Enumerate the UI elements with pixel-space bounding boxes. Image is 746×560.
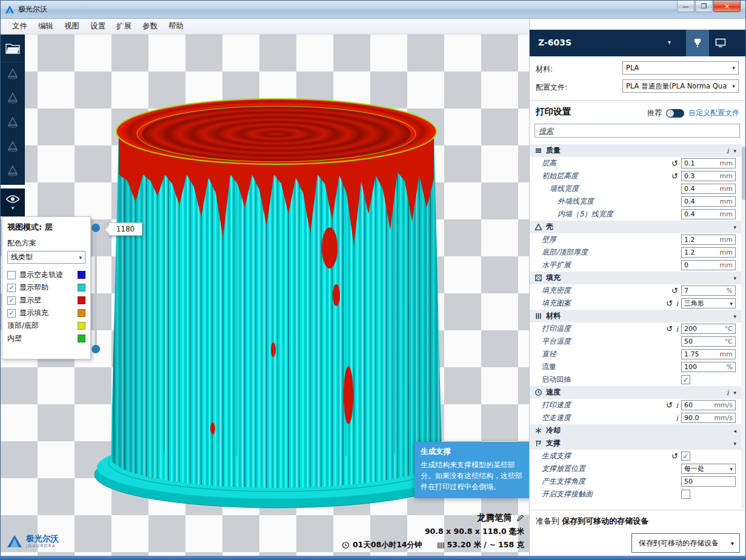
setting-checkbox[interactable]: ✓ [681, 452, 690, 461]
setting-select[interactable]: 每一处▾ [681, 464, 736, 474]
reset-icon[interactable]: ↺ [666, 325, 673, 333]
view-option-2[interactable]: ✓显示帮助 [7, 281, 85, 294]
layer-slider[interactable] [91, 224, 101, 353]
setting-input[interactable]: 90.0mm/s [681, 413, 736, 423]
chevron-down-icon[interactable]: ▾ [733, 313, 736, 319]
info-icon[interactable]: i [676, 415, 678, 422]
info-icon[interactable]: i [676, 325, 678, 333]
section-material[interactable]: 材料▾ [530, 310, 742, 322]
view-option-3[interactable]: ✓显示壁 [7, 294, 85, 307]
monitor-view-button[interactable] [709, 30, 732, 56]
setting-input[interactable]: 0.4mm [681, 209, 736, 219]
setting-input[interactable]: 1.75mm [681, 349, 736, 359]
prepare-view-button[interactable] [686, 30, 709, 56]
info-icon[interactable]: i [676, 402, 678, 409]
menu-item-4[interactable]: 设置 [85, 19, 111, 33]
layer-slider-track[interactable] [95, 227, 97, 350]
open-file-button[interactable] [1, 35, 25, 62]
setting-checkbox[interactable]: ✓ [681, 375, 690, 384]
setting-label: 打印速度 [530, 400, 571, 410]
chevron-down-icon[interactable]: ▾ [733, 441, 736, 447]
view-option-checkbox[interactable]: ✓ [7, 296, 16, 305]
setting-input[interactable]: 1.2mm [681, 235, 736, 245]
section-shell[interactable]: 壳▾ [530, 221, 742, 233]
reset-icon[interactable]: ↺ [666, 299, 673, 307]
chevron-left-icon[interactable]: ◂ [733, 428, 736, 434]
setting-input[interactable]: 100% [681, 362, 736, 372]
setting-input[interactable]: 50 [681, 476, 736, 487]
info-icon[interactable]: i [727, 147, 729, 155]
setting-checkbox[interactable] [681, 490, 690, 499]
save-to-removable-button[interactable]: 保存到可移动的存储设备 [631, 533, 726, 553]
tool-mirror-button[interactable] [1, 135, 25, 159]
printer-selector[interactable]: Z-603S ▾ [530, 30, 746, 56]
view-option-checkbox[interactable] [7, 271, 16, 279]
setting-input[interactable]: 200°C [681, 324, 736, 334]
setting-input[interactable]: 1.2mm [681, 247, 736, 258]
setting-input[interactable]: 0mm [681, 260, 736, 270]
tool-rotate-button[interactable] [1, 111, 25, 135]
setting-input[interactable]: 0.4mm [681, 184, 736, 194]
reset-icon[interactable]: ↺ [671, 159, 678, 167]
settings-scrollbar[interactable] [741, 144, 746, 508]
color-scheme-select[interactable]: 线类型 ▾ [7, 251, 85, 264]
view-option-4[interactable]: ✓显示填充 [7, 307, 85, 319]
custom-profile-link[interactable]: 自定义配置文件 [688, 108, 739, 118]
maximize-button[interactable]: ❐ [695, 1, 713, 12]
setting-input[interactable]: 50°C [681, 336, 736, 347]
close-button[interactable]: × [713, 1, 741, 12]
chevron-down-icon[interactable]: ▾ [733, 275, 736, 281]
tool-move-button[interactable] [1, 62, 25, 87]
menu-item-3[interactable]: 视图 [59, 19, 85, 33]
setting-select[interactable]: 三角形▾ [681, 298, 736, 308]
cooling-icon [534, 427, 542, 435]
view-mode-button[interactable]: ▾ [1, 188, 25, 216]
model-3d[interactable] [92, 89, 467, 532]
material-select[interactable]: PLA ▾ [622, 61, 739, 75]
setting-input[interactable]: 60mm/s [681, 400, 736, 410]
view-option-checkbox[interactable]: ✓ [7, 284, 16, 292]
menu-item-7[interactable]: 帮助 [163, 19, 189, 33]
menu-item-5[interactable]: 扩展 [111, 19, 137, 33]
infill-icon [534, 274, 542, 282]
section-quality[interactable]: 质量i▾ [530, 144, 742, 157]
section-support[interactable]: 支撑▾ [530, 437, 742, 450]
view-option-6[interactable]: 内壁 [7, 332, 85, 345]
chevron-down-icon[interactable]: ▾ [733, 224, 736, 230]
chevron-down-icon[interactable]: ▾ [733, 390, 736, 396]
settings-mode-toggle[interactable] [666, 109, 684, 118]
view-option-5[interactable]: 顶部/底部 [7, 319, 85, 332]
setting-input[interactable]: 0.4mm [681, 196, 736, 207]
chevron-down-icon[interactable]: ▾ [733, 148, 736, 154]
scrollbar-thumb[interactable] [742, 147, 745, 200]
minimize-button[interactable]: — [677, 1, 694, 12]
brand-logo-icon [7, 535, 22, 548]
reset-icon[interactable]: ↺ [671, 452, 678, 460]
view-option-1[interactable]: 显示空走轨迹 [7, 268, 85, 281]
menu-item-2[interactable]: 编辑 [33, 19, 59, 33]
section-cooling[interactable]: 冷却◂ [530, 424, 742, 437]
section-speed[interactable]: 速度i▾ [530, 386, 742, 399]
section-infill[interactable]: 填充▾ [530, 272, 742, 284]
edit-pencil-icon[interactable] [516, 514, 524, 522]
reset-icon[interactable]: ↺ [671, 287, 678, 295]
info-icon[interactable]: i [676, 300, 678, 307]
view-option-checkbox[interactable]: ✓ [7, 309, 16, 318]
info-icon[interactable]: i [727, 389, 729, 396]
setting-input[interactable]: 0.3mm [681, 171, 736, 181]
reset-icon[interactable]: ↺ [671, 172, 678, 180]
material-icon [534, 312, 542, 320]
profile-select[interactable]: PLA 普通质量(PLA Norma Qua ▾ [622, 79, 739, 93]
menu-item-1[interactable]: 文件 [7, 19, 33, 33]
tool-per-model-settings-button[interactable] [1, 159, 25, 184]
tool-scale-button[interactable] [1, 87, 25, 111]
search-input[interactable] [539, 127, 736, 135]
reset-icon[interactable]: ↺ [666, 401, 673, 409]
menu-item-6[interactable]: 参数 [137, 19, 163, 33]
layer-slider-handle-bottom[interactable] [92, 345, 100, 353]
layer-slider-handle-top[interactable] [92, 224, 100, 232]
viewport-3d[interactable]: ▾ 视图模式: 层 配色方案 线类型 ▾ 显示空走轨迹✓显示帮助✓显示壁✓显示填… [1, 35, 529, 556]
setting-input[interactable]: 7% [681, 285, 736, 296]
setting-input[interactable]: 0.1mm [681, 158, 736, 168]
save-options-dropdown[interactable]: ▾ [725, 533, 740, 553]
